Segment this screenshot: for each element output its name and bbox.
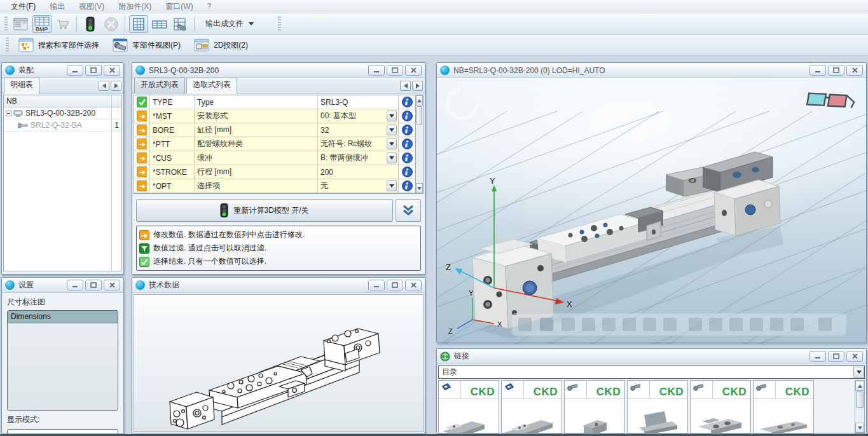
minimize-button[interactable] — [67, 65, 83, 76]
maximize-button[interactable] — [828, 65, 844, 76]
tree-column-header[interactable]: NB — [4, 95, 121, 107]
stop-button[interactable] — [102, 15, 121, 33]
toolbar-grip[interactable] — [4, 17, 8, 32]
table-view-button[interactable] — [129, 15, 148, 33]
toolbar-grip[interactable] — [278, 17, 281, 32]
dimension-listbox[interactable]: Dimensions — [7, 310, 118, 411]
list-window-button[interactable] — [11, 15, 31, 33]
part-view-button[interactable]: 零部件视图(P) — [109, 37, 186, 54]
dropdown-arrow-icon[interactable] — [387, 139, 397, 149]
info-button[interactable] — [399, 151, 415, 165]
close-button[interactable] — [846, 65, 863, 76]
param-value-dropdown[interactable]: 00: 基本型 — [318, 109, 399, 123]
menu-view[interactable]: 视图(V) — [72, 0, 111, 13]
scroll-up-icon[interactable] — [855, 381, 864, 391]
menu-file[interactable]: 文件(F) — [4, 0, 43, 13]
tab-scroll-right-icon[interactable] — [412, 81, 423, 91]
minimize-button[interactable] — [809, 351, 826, 362]
table-wide-button[interactable] — [150, 15, 169, 33]
tab-open-list[interactable]: 开放式列表 — [134, 77, 185, 93]
tab-detail-list[interactable]: 明细表 — [4, 77, 39, 93]
info-button[interactable] — [399, 123, 415, 137]
scroll-thumb[interactable] — [856, 392, 864, 408]
menu-help[interactable]: ? — [200, 1, 219, 12]
output-to-file-dropdown[interactable]: 输出成文件 — [198, 16, 261, 32]
minimize-button[interactable] — [368, 65, 385, 76]
link-thumb-4[interactable]: CKD — [627, 380, 688, 433]
settings-titlebar[interactable]: 设置 — [2, 278, 123, 293]
close-button[interactable] — [104, 280, 120, 290]
tree-child-row[interactable]: SRL2-Q-32-BA 1 — [4, 119, 121, 132]
tech-titlebar[interactable]: 技术数据 — [132, 278, 425, 293]
link-thumb-2[interactable]: CKD — [501, 380, 562, 433]
dropdown-arrow-icon[interactable] — [387, 153, 397, 163]
maximize-button[interactable] — [828, 351, 844, 362]
link-thumb-5[interactable]: CKD — [690, 380, 751, 433]
close-button[interactable] — [405, 65, 422, 76]
parameter-titlebar[interactable]: SRL3-Q-00-32B-200 — [132, 63, 425, 78]
bmp-export-button[interactable]: BMP — [32, 15, 52, 33]
param-row-ptt[interactable]: *PTT 配管螺纹种类 无符号: Rc螺纹 — [134, 137, 415, 151]
recalculate-3d-button[interactable]: 重新计算3D模型 开/关 — [136, 199, 393, 222]
maximize-button[interactable] — [85, 65, 102, 76]
link-thumb-1[interactable]: CKD — [438, 380, 499, 433]
thumbnails-scrollbar[interactable] — [855, 380, 865, 433]
info-button[interactable] — [399, 109, 415, 123]
dropdown-arrow-icon[interactable] — [387, 111, 397, 121]
param-row-cus[interactable]: *CUS 缓冲 B: 带两侧缓冲 — [134, 151, 415, 165]
tree-root-row[interactable]: SRL3-Q-00-32B-200 — [4, 107, 121, 119]
menu-window[interactable]: 窗口(W) — [158, 0, 200, 13]
param-value-dropdown[interactable]: 无 — [318, 179, 399, 193]
param-row-mst[interactable]: *MST 安装形式 00: 基本型 — [134, 109, 415, 123]
param-row-opt[interactable]: *OPT 选择项 无 — [134, 179, 415, 193]
viewport-titlebar[interactable]: NB=SRL3-Q-00-32B-200 (0) LOD=HI_AUTO — [437, 63, 866, 78]
recalc-toggle-button[interactable] — [81, 15, 100, 33]
menu-output[interactable]: 输出 — [43, 0, 72, 13]
param-value-dropdown[interactable]: B: 带两侧缓冲 — [318, 151, 399, 165]
display-mode-combo[interactable] — [7, 429, 118, 434]
close-button[interactable] — [104, 65, 120, 76]
maximize-button[interactable] — [387, 65, 403, 76]
info-button[interactable] — [399, 137, 415, 151]
close-button[interactable] — [846, 351, 863, 362]
param-row-stroke[interactable]: *STROKE 行程 [mm] 200 — [134, 165, 415, 179]
scroll-down-icon[interactable] — [416, 183, 423, 193]
minimize-button[interactable] — [67, 280, 83, 290]
collapse-icon[interactable] — [6, 111, 11, 116]
projection-2d-button[interactable]: 2D投图(2) — [190, 37, 254, 54]
tab-scroll-left-icon[interactable] — [99, 81, 109, 91]
category-dropdown[interactable]: 目录 — [438, 365, 865, 379]
tab-select-list[interactable]: 选取式列表 — [186, 77, 237, 93]
cart-button[interactable] — [53, 15, 72, 33]
param-row-type[interactable]: TYPE Type SRL3-Q — [134, 95, 415, 109]
list-item-dimensions[interactable]: Dimensions — [8, 311, 118, 324]
minimize-button[interactable] — [809, 65, 826, 76]
dropdown-arrow-icon[interactable] — [387, 125, 397, 135]
table-part-button[interactable] — [171, 15, 190, 33]
menu-addons[interactable]: 附加件(X) — [111, 0, 158, 13]
close-button[interactable] — [405, 280, 422, 290]
scroll-thumb[interactable] — [417, 106, 422, 125]
search-parts-button[interactable]: 搜索和零部件选择 — [15, 37, 105, 54]
assembly-titlebar[interactable]: 装配 — [2, 63, 123, 78]
tab-scroll-left-icon[interactable] — [400, 81, 411, 91]
info-button[interactable] — [399, 165, 415, 179]
param-row-bore[interactable]: BORE 缸径 [mm] 32 — [134, 123, 415, 137]
scroll-up-icon[interactable] — [416, 95, 423, 106]
viewport-toolbar[interactable] — [512, 313, 846, 336]
dropdown-arrow-icon[interactable] — [387, 181, 397, 191]
links-titlebar[interactable]: 链接 — [437, 349, 866, 364]
param-value[interactable]: SRL3-Q — [318, 95, 399, 109]
minimize-button[interactable] — [368, 280, 385, 290]
expand-more-button[interactable] — [396, 199, 421, 222]
param-value-dropdown[interactable]: 32 — [318, 123, 399, 137]
maximize-button[interactable] — [387, 280, 403, 290]
info-button[interactable] — [399, 179, 415, 193]
maximize-button[interactable] — [85, 280, 102, 290]
viewport-3d-canvas[interactable]: Y X Z Y X Z — [437, 78, 866, 343]
info-button[interactable] — [399, 95, 415, 109]
param-value[interactable]: 200 — [318, 165, 399, 179]
table-scrollbar[interactable] — [415, 95, 423, 193]
link-thumb-6[interactable]: CKD — [753, 380, 814, 433]
scroll-down-icon[interactable] — [855, 423, 864, 433]
